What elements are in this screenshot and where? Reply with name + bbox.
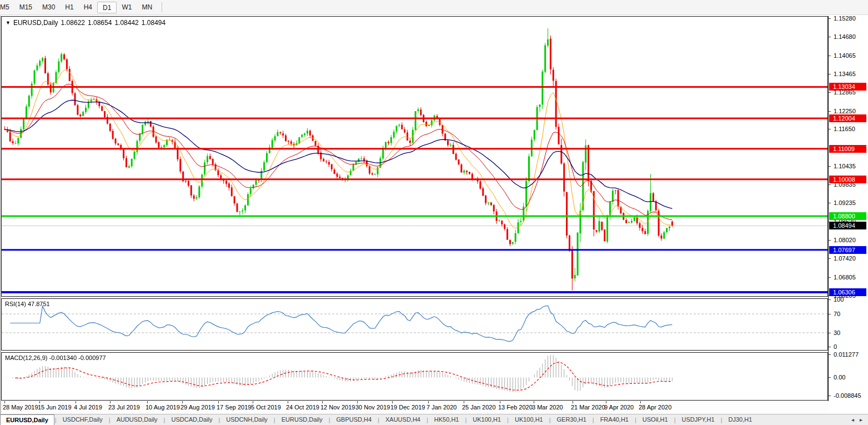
price-tick-mark	[829, 18, 831, 19]
date-tick	[322, 401, 323, 403]
price-chart-canvas[interactable]	[2, 17, 827, 296]
rsi-tick-mark	[829, 347, 831, 347]
chart-tab-UK100-H1[interactable]: UK100,H1	[509, 414, 549, 425]
date-label: 28 Apr 2020	[639, 404, 671, 411]
timeframe-H1[interactable]: H1	[60, 2, 78, 13]
price-level-label: 1.07697	[829, 246, 866, 254]
tabs-scroll-right-icon[interactable]: ▸	[860, 417, 862, 423]
price-tick-mark	[829, 129, 831, 129]
date-label: 7 Jan 2020	[427, 404, 456, 411]
rsi-tick-mark	[829, 299, 831, 300]
macd-tick-label: 0.00	[834, 374, 845, 381]
chart-tab-USDCNH-Daily[interactable]: USDCNH,Daily	[220, 414, 273, 425]
macd-tick-label: 0.011277	[834, 351, 859, 358]
chart-symbol-label: EURUSD,Daily	[13, 19, 58, 27]
timeframe-M15[interactable]: M15	[14, 2, 37, 13]
date-tick	[76, 401, 76, 403]
date-tick	[147, 401, 148, 403]
timeframe-M30[interactable]: M30	[37, 2, 60, 13]
date-label: 29 Aug 2019	[180, 404, 215, 411]
price-level-label: 1.10008	[829, 176, 866, 183]
chart-tab-XAUUSD-H4[interactable]: XAUUSD,H4	[380, 414, 426, 425]
date-label: 10 Aug 2019	[145, 404, 180, 411]
mt4-window: M5M15M30H1H4D1W1MN ▼ EURUSD,Daily 1.0862…	[0, 0, 868, 425]
timeframe-D1[interactable]: D1	[97, 2, 117, 13]
macd-canvas[interactable]	[2, 353, 827, 400]
chart-tab-GBPUSD-H4[interactable]: GBPUSD,H4	[331, 414, 378, 425]
price-tick-mark	[829, 184, 831, 185]
chart-tab-EURUSD-Daily[interactable]: EURUSD,Daily	[0, 414, 54, 425]
chart-tab-GER30-H1[interactable]: GER30,H1	[551, 414, 592, 425]
date-label: 30 Nov 2019	[355, 404, 390, 411]
macd-label: MACD(12,26,9) -0.001340 -0.000977	[5, 354, 106, 361]
timeframe-bar: M5M15M30H1H4D1W1MN	[0, 0, 868, 15]
price-tick-mark	[829, 240, 831, 241]
macd-panel: MACD(12,26,9) -0.001340 -0.000977	[1, 352, 828, 401]
chart-tab-FRA40-H1[interactable]: FRA40,H1	[595, 414, 634, 425]
chart-tab-HK50-H1[interactable]: HK50,H1	[429, 414, 465, 425]
quote-high: 1.08654	[88, 19, 112, 27]
chart-dropdown-icon[interactable]: ▼	[6, 20, 11, 26]
price-tick-label: 1.08020	[834, 237, 856, 243]
date-axis: 28 May 201915 Jun 20194 Jul 201923 Jul 2…	[1, 401, 828, 413]
date-label: 12 Nov 2019	[320, 404, 355, 411]
price-tick-label: 1.14065	[834, 52, 856, 59]
date-tick	[464, 401, 464, 403]
price-tick-label: 1.15280	[834, 15, 856, 22]
timeframe-M5[interactable]: M5	[0, 2, 14, 13]
price-level-label: 1.11009	[829, 145, 866, 153]
date-tick	[640, 401, 641, 403]
date-tick	[428, 401, 429, 403]
quote-open: 1.08622	[61, 19, 85, 27]
date-label: 28 May 2019	[3, 404, 38, 411]
rsi-tick-label: 0	[834, 343, 837, 350]
date-label: 24 Oct 2019	[286, 404, 319, 411]
timeframe-MN[interactable]: MN	[137, 2, 157, 13]
date-label: 5 Oct 2019	[251, 404, 281, 411]
price-tick-mark	[829, 258, 831, 259]
rsi-tick-mark	[829, 314, 831, 314]
date-tick	[606, 401, 606, 403]
date-tick	[573, 401, 573, 403]
price-tick-mark	[829, 56, 831, 56]
chart-tab-USDCHF-Daily[interactable]: USDCHF,Daily	[57, 414, 108, 425]
rsi-panel: RSI(14) 47.8751	[1, 298, 828, 351]
timeframe-H4[interactable]: H4	[79, 2, 97, 13]
price-chart-panel: ▼ EURUSD,Daily 1.08622 1.08654 1.08442 1…	[1, 16, 828, 297]
rsi-canvas[interactable]	[2, 299, 827, 350]
price-level-label: 1.13034	[829, 83, 866, 91]
price-tick-label: 1.06805	[834, 274, 856, 281]
price-tick-mark	[829, 277, 831, 278]
chart-tab-EURUSD-Daily[interactable]: EURUSD,Daily	[276, 414, 328, 425]
date-tick	[218, 401, 219, 403]
current-price-label: 1.08494	[829, 222, 866, 229]
price-level-label: 1.08800	[829, 212, 866, 220]
chart-tab-USDJPY-H1[interactable]: USDJPY,H1	[676, 414, 720, 425]
date-tick	[110, 401, 111, 403]
date-tick	[392, 401, 393, 403]
price-tick-mark	[829, 74, 831, 74]
price-tick-label: 1.13465	[834, 71, 856, 77]
price-tick-label: 1.12250	[834, 108, 856, 114]
price-tick-label: 1.10435	[834, 163, 856, 169]
quote-low: 1.08442	[114, 19, 138, 27]
date-tick	[182, 401, 183, 403]
date-label: 4 Jul 2019	[74, 404, 102, 411]
chart-tab-AUDUSD-Daily[interactable]: AUDUSD,Daily	[111, 414, 163, 425]
chart-tab-USOil-H1[interactable]: USOil,H1	[637, 414, 674, 425]
price-tick-mark	[829, 37, 831, 37]
timeframe-W1[interactable]: W1	[117, 2, 137, 13]
tabs-scroll-left-icon[interactable]: ◂	[851, 417, 854, 423]
rsi-tick-label: 100	[834, 296, 844, 303]
date-tick	[500, 401, 500, 403]
date-label: 21 Mar 2020	[571, 404, 605, 411]
price-tick-mark	[829, 111, 831, 112]
chart-tab-DJ30-H1[interactable]: DJ30,H1	[723, 414, 758, 425]
date-label: 17 Sep 2019	[217, 404, 251, 411]
price-tick-label: 1.14680	[834, 33, 856, 40]
chart-tab-USDCAD-Daily[interactable]: USDCAD,Daily	[165, 414, 218, 425]
macd-tick-mark	[829, 377, 831, 378]
chart-tab-UK100-H1[interactable]: UK100,H1	[467, 414, 506, 425]
date-tick	[39, 401, 40, 403]
toolbar-separator	[162, 2, 162, 12]
